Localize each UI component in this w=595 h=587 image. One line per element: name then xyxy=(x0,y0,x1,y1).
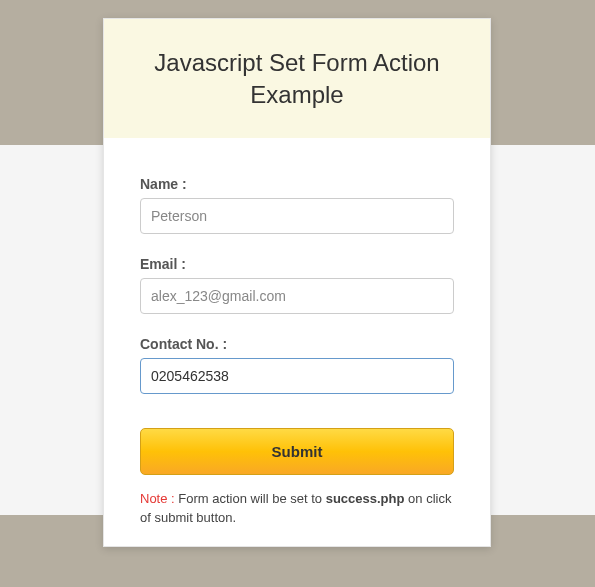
note-bold: success.php xyxy=(326,491,405,506)
card-body: Name : Email : Contact No. : Submit Note… xyxy=(104,138,490,546)
name-input[interactable] xyxy=(140,198,454,234)
name-group: Name : xyxy=(140,176,454,234)
contact-label: Contact No. : xyxy=(140,336,454,352)
page-title: Javascript Set Form Action Example xyxy=(124,47,470,112)
name-label: Name : xyxy=(140,176,454,192)
note-text: Note : Form action will be set to succes… xyxy=(140,489,454,528)
email-label: Email : xyxy=(140,256,454,272)
email-input[interactable] xyxy=(140,278,454,314)
submit-button[interactable]: Submit xyxy=(140,428,454,475)
email-group: Email : xyxy=(140,256,454,314)
contact-input[interactable] xyxy=(140,358,454,394)
note-prefix: Note : xyxy=(140,491,175,506)
card-header: Javascript Set Form Action Example xyxy=(104,19,490,138)
form-card: Javascript Set Form Action Example Name … xyxy=(103,18,491,547)
contact-group: Contact No. : xyxy=(140,336,454,394)
note-before: Form action will be set to xyxy=(175,491,326,506)
